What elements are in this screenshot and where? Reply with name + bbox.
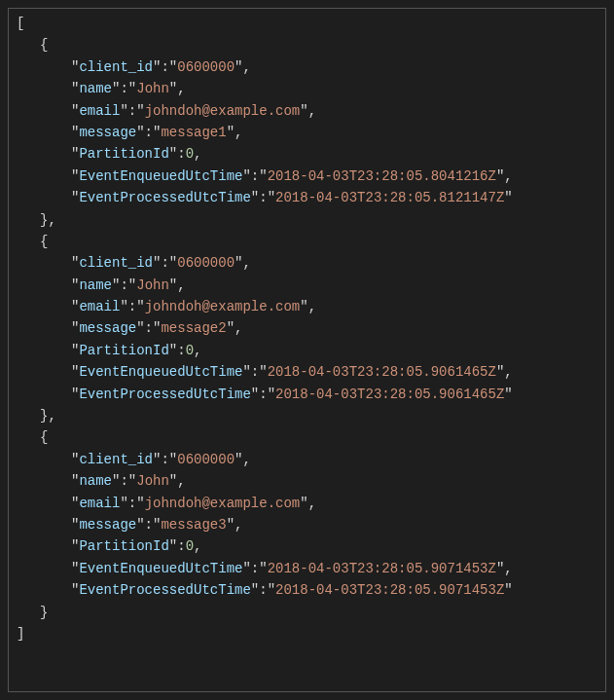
json-row: "message":"message1", — [17, 122, 597, 143]
array-open: [ — [17, 13, 597, 34]
object-open: { — [17, 231, 597, 252]
code-editor[interactable]: [ { "client_id":"0600000", "name":"John"… — [8, 8, 606, 692]
json-row: "client_id":"0600000", — [17, 449, 597, 470]
json-row: "email":"johndoh@example.com", — [17, 296, 597, 317]
json-row: "email":"johndoh@example.com", — [17, 100, 597, 122]
json-row: "client_id":"0600000", — [17, 56, 597, 78]
json-row: "PartitionId":0, — [17, 535, 597, 557]
json-row: "EventEnqueuedUtcTime":"2018-04-03T23:28… — [17, 558, 597, 579]
json-row: "EventEnqueuedUtcTime":"2018-04-03T23:28… — [17, 166, 597, 187]
array-close: ] — [17, 623, 597, 645]
json-row: "message":"message3", — [17, 514, 597, 535]
json-row: "EventProcessedUtcTime":"2018-04-03T23:2… — [17, 384, 597, 405]
json-row: "name":"John", — [17, 78, 597, 99]
object-open: { — [17, 34, 597, 55]
json-row: "name":"John", — [17, 470, 597, 492]
json-row: "client_id":"0600000", — [17, 252, 597, 274]
object-close: } — [17, 602, 597, 623]
json-row: "PartitionId":0, — [17, 340, 597, 361]
json-row: "PartitionId":0, — [17, 143, 597, 165]
json-row: "EventProcessedUtcTime":"2018-04-03T23:2… — [17, 187, 597, 208]
json-row: "name":"John", — [17, 275, 597, 296]
object-open: { — [17, 426, 597, 448]
json-row: "EventProcessedUtcTime":"2018-04-03T23:2… — [17, 579, 597, 601]
json-row: "email":"johndoh@example.com", — [17, 493, 597, 514]
object-close: }, — [17, 209, 597, 231]
json-row: "message":"message2", — [17, 317, 597, 339]
object-close: }, — [17, 405, 597, 426]
json-row: "EventEnqueuedUtcTime":"2018-04-03T23:28… — [17, 361, 597, 383]
